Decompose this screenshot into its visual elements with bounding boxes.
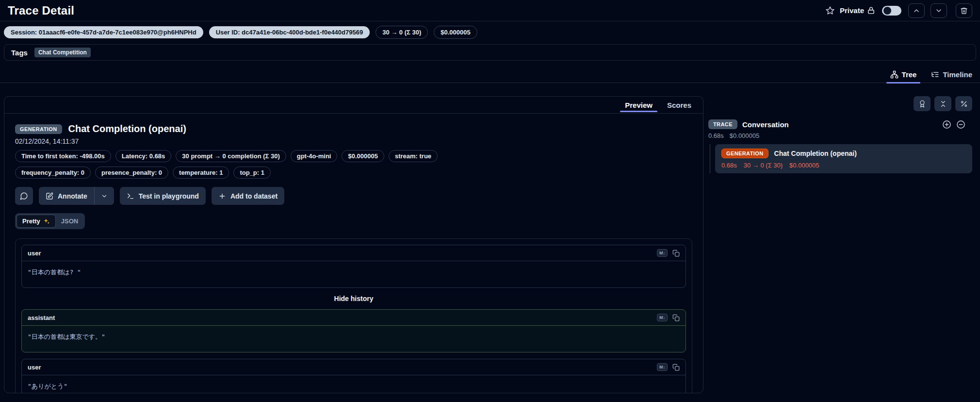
- add-to-dataset-button[interactable]: Add to dataset: [212, 187, 284, 205]
- star-icon: [825, 6, 835, 16]
- message-box-user-1: user M↓ "日本の首都は? ": [21, 245, 686, 288]
- trace-id-row: Session: 01aaacf6-e0fe-457d-a7de-7c1ee08…: [0, 21, 980, 43]
- chevron-up-icon: [913, 7, 920, 15]
- observation-panel: Preview Scores GENERATION Chat Completio…: [4, 96, 703, 393]
- sparkles-icon: [43, 218, 50, 225]
- trace-metrics: 0.68s $0.000005: [708, 132, 972, 139]
- trace-cost: $0.000005: [730, 132, 759, 139]
- observation-metrics: Time to first token: -498.00s Latency: 0…: [15, 150, 515, 179]
- show-scores-button[interactable]: [914, 96, 931, 111]
- message-role: assistant: [28, 314, 55, 321]
- test-in-playground-button[interactable]: Test in playground: [120, 187, 206, 205]
- metric-time-to-first-token: Time to first token: -498.00s: [15, 150, 111, 162]
- tag-chip[interactable]: Chat Competition: [34, 48, 91, 57]
- generation-node-badge: GENERATION: [721, 149, 768, 158]
- top-bar-actions: Private: [825, 3, 972, 18]
- tab-tree[interactable]: Tree: [889, 68, 918, 83]
- copy-icon[interactable]: [672, 314, 680, 321]
- circle-minus-icon: [956, 120, 965, 129]
- trace-type-badge: TRACE: [708, 119, 737, 129]
- markdown-toggle-icon[interactable]: M↓: [657, 249, 668, 257]
- content-area: Preview Scores GENERATION Chat Completio…: [0, 83, 980, 393]
- format-pretty-segment[interactable]: Pretty: [16, 215, 56, 228]
- message-tools: M↓: [657, 314, 680, 321]
- generation-tree-node[interactable]: GENERATION Chat Completion (openai) 0.68…: [715, 144, 972, 173]
- format-toggle: Pretty JSON: [15, 213, 85, 229]
- metric-model[interactable]: gpt-4o-mini: [291, 150, 338, 162]
- tab-scores[interactable]: Scores: [666, 98, 692, 112]
- tree-children: GENERATION Chat Completion (openai) 0.68…: [710, 144, 972, 173]
- expand-all-button[interactable]: [942, 120, 951, 129]
- io-card: user M↓ "日本の首都は? " Hide history assistan…: [15, 238, 692, 393]
- metric-frequency-penalty: frequency_penalty: 0: [15, 167, 91, 179]
- comment-button[interactable]: [15, 187, 33, 205]
- observation-body: GENERATION Chat Completion (openai) 02/1…: [4, 114, 703, 393]
- observation-header: GENERATION Chat Completion (openai): [15, 123, 692, 134]
- message-content: "日本の首都は東京です。": [22, 326, 686, 352]
- pretty-label: Pretty: [22, 218, 40, 225]
- trash-icon: [960, 7, 968, 15]
- chevron-down-icon: [935, 7, 943, 15]
- markdown-toggle-icon[interactable]: M↓: [657, 314, 668, 321]
- chevrons-collapse-icon: [939, 100, 947, 108]
- top-bar: Trace Detail Private: [0, 0, 980, 21]
- favorite-star-button[interactable]: [825, 6, 835, 16]
- hide-history-button[interactable]: Hide history: [21, 294, 686, 303]
- generation-node-metrics: 0.68s 30 → 0 (Σ 30) $0.000005: [721, 162, 966, 169]
- metric-top-p: top_p: 1: [233, 167, 271, 179]
- message-header: user M↓: [22, 245, 686, 261]
- copy-icon[interactable]: [672, 364, 680, 371]
- tab-preview[interactable]: Preview: [624, 98, 653, 112]
- trace-root-row[interactable]: TRACE Conversation: [708, 119, 972, 129]
- annotate-button[interactable]: Annotate: [39, 187, 94, 205]
- tree-icon: [890, 70, 898, 79]
- award-icon: [918, 100, 926, 108]
- delete-trace-button[interactable]: [956, 3, 972, 18]
- plus-icon: [218, 192, 226, 200]
- add-to-dataset-label: Add to dataset: [230, 192, 278, 200]
- observation-actions: Annotate Test in playground: [15, 187, 692, 205]
- observation-title: Chat Completion (openai): [68, 123, 186, 134]
- chevron-down-icon: [101, 193, 108, 200]
- privacy-status: Private: [840, 6, 875, 15]
- message-role: user: [28, 364, 41, 371]
- message-header: user M↓: [22, 359, 686, 375]
- show-percentages-button[interactable]: [955, 96, 972, 111]
- token-usage-badge: 30 → 0 (Σ 30): [376, 26, 428, 39]
- message-role: user: [28, 250, 41, 257]
- metric-cost: $0.000005: [342, 150, 384, 162]
- format-json-segment[interactable]: JSON: [56, 215, 83, 227]
- toggle-knob: [883, 7, 891, 15]
- message-header: assistant M↓: [22, 310, 686, 326]
- trace-tree-panel: TRACE Conversation 0.68s $0.000005 GENER…: [708, 96, 976, 173]
- trace-title: Conversation: [742, 120, 789, 129]
- tags-label: Tags: [11, 49, 28, 57]
- tree-controls: [708, 96, 972, 111]
- user-id-badge[interactable]: User ID: dc47a41e-06bc-400d-bde1-f0e440d…: [209, 26, 370, 38]
- terminal-icon: [127, 192, 134, 200]
- lock-icon: [867, 6, 875, 15]
- message-box-assistant: assistant M↓ "日本の首都は東京です。": [21, 309, 686, 352]
- timeline-icon: [931, 70, 939, 79]
- annotate-dropdown-button[interactable]: [95, 187, 114, 205]
- tab-timeline[interactable]: Timeline: [930, 68, 973, 83]
- collapse-node-button[interactable]: [956, 120, 965, 129]
- privacy-label: Private: [840, 6, 864, 15]
- collapse-all-button[interactable]: [934, 96, 951, 111]
- generation-node-title: Chat Completion (openai): [774, 150, 857, 157]
- message-content: "ありがとう": [22, 375, 686, 393]
- markdown-toggle-icon[interactable]: M↓: [657, 363, 668, 371]
- privacy-toggle[interactable]: [882, 6, 901, 16]
- metric-token-usage: 30 prompt → 0 completion (Σ 30): [176, 150, 286, 162]
- comment-icon: [20, 192, 28, 200]
- copy-icon[interactable]: [672, 250, 680, 257]
- next-trace-button[interactable]: [931, 3, 947, 18]
- session-badge[interactable]: Session: 01aaacf6-e0fe-457d-a7de-7c1ee08…: [4, 26, 203, 38]
- view-tabs: Tree Timeline: [0, 68, 980, 83]
- metric-presence-penalty: presence_penalty: 0: [95, 167, 168, 179]
- tab-timeline-label: Timeline: [943, 70, 972, 79]
- previous-trace-button[interactable]: [908, 3, 925, 18]
- metric-latency: Latency: 0.68s: [115, 150, 172, 162]
- metric-temperature: temperature: 1: [173, 167, 229, 179]
- message-box-user-2: user M↓ "ありがとう": [21, 359, 686, 393]
